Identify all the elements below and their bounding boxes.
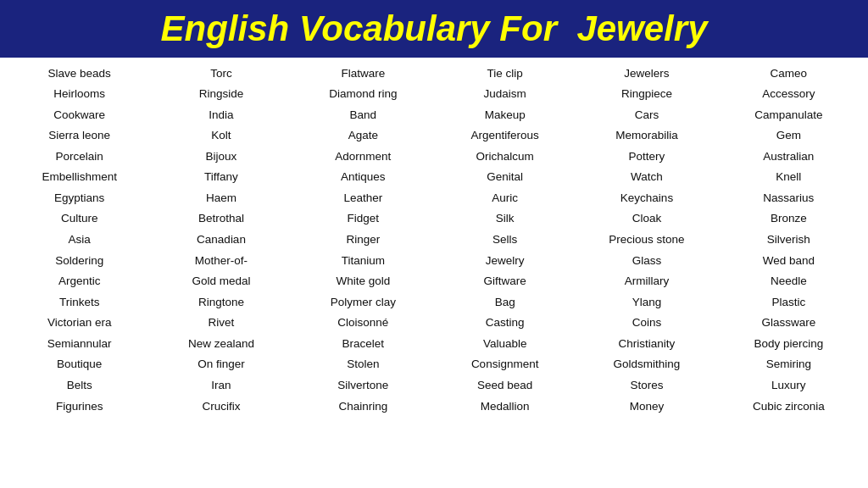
vocab-word: Betrothal <box>150 208 292 230</box>
vocab-word: Heirlooms <box>8 84 150 105</box>
vocab-column-2: TorcRingsideIndiaKoltBijouxTiffanyHaemBe… <box>150 63 292 417</box>
vocab-word: Trinkets <box>8 291 150 313</box>
vocab-word: Ringer <box>292 230 434 251</box>
vocab-word: Cubic zirconia <box>718 396 860 417</box>
vocab-word: Mother-of- <box>150 250 292 271</box>
vocab-column-6: CameoAccessoryCampanulateGemAustralianKn… <box>718 63 860 417</box>
vocab-word: Victorian era <box>8 313 150 334</box>
vocab-word: India <box>150 104 292 125</box>
vocab-word: Goldsmithing <box>576 354 717 375</box>
vocab-word: Giftware <box>434 271 576 292</box>
vocab-word: Ringtone <box>150 291 292 313</box>
vocab-word: Porcelain <box>8 146 150 167</box>
vocab-word: Slave beads <box>8 63 150 84</box>
vocab-word: Genital <box>434 167 576 188</box>
vocab-word: Rivet <box>150 313 292 334</box>
vocab-column-4: Tie clipJudaismMakeupArgentiferousOricha… <box>434 63 576 417</box>
vocab-word: Bijoux <box>150 146 292 167</box>
vocab-column-1: Slave beadsHeirloomsCookwareSierra leone… <box>8 63 150 417</box>
vocab-word: Cars <box>576 104 717 125</box>
vocab-word: Armillary <box>576 271 717 292</box>
vocab-word: Chainring <box>292 396 434 417</box>
vocab-word: Adornment <box>292 146 434 167</box>
vocabulary-grid: Slave beadsHeirloomsCookwareSierra leone… <box>0 58 868 422</box>
vocab-word: Orichalcum <box>434 146 576 167</box>
vocab-word: Semiannular <box>8 333 150 354</box>
vocab-word: Plastic <box>718 291 860 313</box>
vocab-word: Polymer clay <box>292 291 434 313</box>
vocab-word: Precious stone <box>576 230 717 251</box>
title-yellow: Jewelry <box>576 8 707 48</box>
vocab-word: Fidget <box>292 208 434 230</box>
vocab-word: Titanium <box>292 250 434 271</box>
vocab-word: Band <box>292 104 434 125</box>
vocab-word: Watch <box>576 167 717 188</box>
vocab-word: Torc <box>150 63 292 84</box>
vocab-word: Flatware <box>292 63 434 84</box>
vocab-word: Asia <box>8 230 150 251</box>
vocab-word: Jewelry <box>434 250 576 271</box>
title-white: English Vocabulary For <box>160 8 557 48</box>
vocab-word: Memorabilia <box>576 125 717 147</box>
vocab-word: Cookware <box>8 104 150 125</box>
vocab-word: Argentic <box>8 271 150 292</box>
vocab-word: Pottery <box>576 146 717 167</box>
vocab-word: On finger <box>150 354 292 375</box>
vocab-word: Medallion <box>434 396 576 417</box>
vocab-word: Glass <box>576 250 717 271</box>
page-header: English Vocabulary For Jewelry <box>0 0 868 58</box>
vocab-word: Christianity <box>576 333 717 354</box>
vocab-word: Boutique <box>8 354 150 375</box>
vocab-word: Cameo <box>718 63 860 84</box>
vocab-word: Valuable <box>434 333 576 354</box>
vocab-word: Leather <box>292 187 434 208</box>
vocab-word: Soldering <box>8 250 150 271</box>
vocab-word: Bag <box>434 291 576 313</box>
vocab-word: Crucifix <box>150 396 292 417</box>
vocab-word: Tie clip <box>434 63 576 84</box>
vocab-word: Glassware <box>718 313 860 334</box>
vocab-word: Culture <box>8 208 150 230</box>
vocab-word: Makeup <box>434 104 576 125</box>
vocab-word: Seed bead <box>434 374 576 396</box>
vocab-column-5: JewelersRingpieceCarsMemorabiliaPotteryW… <box>576 63 717 417</box>
vocab-word: Diamond ring <box>292 84 434 105</box>
vocab-word: Stores <box>576 374 717 396</box>
page-title: English Vocabulary For Jewelry <box>17 8 851 49</box>
vocab-word: Kolt <box>150 125 292 147</box>
vocab-word: Accessory <box>718 84 860 105</box>
vocab-word: Sierra leone <box>8 125 150 147</box>
vocab-word: Antiques <box>292 167 434 188</box>
vocab-word: Cloak <box>576 208 717 230</box>
vocab-word: Haem <box>150 187 292 208</box>
vocab-column-3: FlatwareDiamond ringBandAgateAdornmentAn… <box>292 63 434 417</box>
vocab-word: Knell <box>718 167 860 188</box>
vocab-word: Semiring <box>718 354 860 375</box>
vocab-word: Casting <box>434 313 576 334</box>
vocab-word: Argentiferous <box>434 125 576 147</box>
vocab-word: Silk <box>434 208 576 230</box>
vocab-word: Ringside <box>150 84 292 105</box>
vocab-word: Body piercing <box>718 333 860 354</box>
vocab-word: Ringpiece <box>576 84 717 105</box>
vocab-word: Gold medal <box>150 271 292 292</box>
vocab-word: Agate <box>292 125 434 147</box>
vocab-word: Tiffany <box>150 167 292 188</box>
vocab-word: Figurines <box>8 396 150 417</box>
vocab-word: New zealand <box>150 333 292 354</box>
vocab-word: Nassarius <box>718 187 860 208</box>
vocab-word: Auric <box>434 187 576 208</box>
vocab-word: Bronze <box>718 208 860 230</box>
vocab-word: Coins <box>576 313 717 334</box>
vocab-word: Needle <box>718 271 860 292</box>
vocab-word: Sells <box>434 230 576 251</box>
vocab-word: Silverish <box>718 230 860 251</box>
vocab-word: Campanulate <box>718 104 860 125</box>
vocab-word: Iran <box>150 374 292 396</box>
vocab-word: Luxury <box>718 374 860 396</box>
vocab-word: Canadian <box>150 230 292 251</box>
vocab-word: Judaism <box>434 84 576 105</box>
vocab-word: Jewelers <box>576 63 717 84</box>
vocab-word: Embellishment <box>8 167 150 188</box>
vocab-word: Consignment <box>434 354 576 375</box>
